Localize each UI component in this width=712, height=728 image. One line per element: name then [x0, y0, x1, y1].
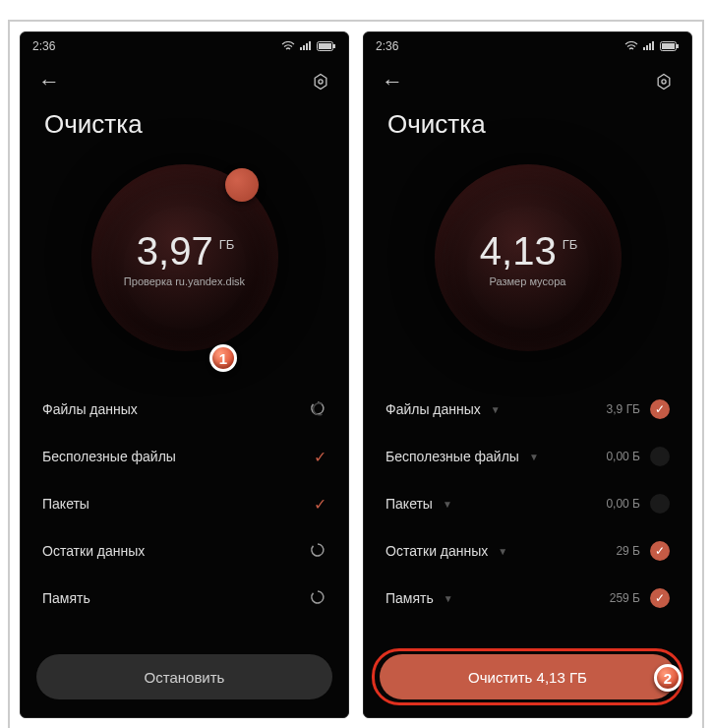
status-icons: [281, 41, 336, 51]
category-size: 0,00 Б: [606, 497, 640, 511]
svg-rect-8: [643, 47, 645, 50]
chevron-down-icon: ▼: [498, 546, 507, 557]
phone-left: 2:36 ← Очистка 3,97 ГБ Проверка ru.yande…: [20, 31, 349, 718]
chevron-down-icon: ▼: [529, 452, 539, 462]
list-item[interactable]: Память▼ 259 Б✓: [386, 575, 670, 622]
top-bar: ←: [21, 60, 348, 103]
svg-rect-0: [300, 47, 302, 50]
list-item[interactable]: Файлы данных▼ 3,9 ГБ✓: [386, 386, 670, 433]
status-time: 2:36: [32, 39, 55, 53]
chevron-down-icon: ▼: [443, 499, 452, 510]
clean-button[interactable]: Очистить 4,13 ГБ: [380, 654, 676, 699]
screenshot-pair: 2:36 ← Очистка 3,97 ГБ Проверка ru.yande…: [8, 20, 704, 728]
check-icon: ✓: [314, 448, 326, 466]
page-title: Очистка: [364, 103, 691, 140]
svg-rect-14: [677, 44, 679, 48]
svg-rect-5: [319, 43, 331, 49]
svg-rect-9: [646, 45, 648, 50]
spinner-icon: [309, 399, 326, 420]
status-icons: [624, 41, 680, 51]
checkbox-off[interactable]: [650, 447, 670, 466]
checkbox-off[interactable]: [650, 494, 670, 514]
chevron-down-icon: ▼: [444, 593, 453, 604]
top-bar: ←: [364, 60, 691, 103]
status-bar: 2:36: [21, 32, 348, 60]
size-unit: ГБ: [563, 237, 578, 252]
phone-right: 2:36 ← Очистка 4,13 ГБ Размер мусора: [363, 31, 692, 718]
list-item[interactable]: Остатки данных: [42, 527, 326, 575]
size-unit: ГБ: [219, 237, 235, 252]
back-button[interactable]: ←: [382, 69, 403, 94]
category-label: Пакеты: [42, 496, 89, 512]
signal-icon: [299, 41, 313, 51]
checkbox-on[interactable]: ✓: [650, 541, 670, 561]
signal-icon: [642, 41, 656, 51]
scan-visual: 3,97 ГБ Проверка ru.yandex.disk 1: [21, 140, 348, 376]
settings-icon[interactable]: [311, 72, 330, 91]
list-item[interactable]: Бесполезные файлы▼ 0,00 Б: [386, 433, 670, 480]
scan-status-text: Проверка ru.yandex.disk: [124, 275, 245, 287]
size-value-row: 4,13 ГБ: [480, 229, 575, 273]
svg-rect-10: [649, 43, 651, 50]
category-label: Память: [42, 590, 90, 606]
category-list: Файлы данных Бесполезные файлы ✓ Пакеты …: [21, 376, 348, 642]
footer: Остановить: [21, 642, 348, 717]
category-size: 0,00 Б: [606, 450, 640, 463]
back-button[interactable]: ←: [38, 69, 60, 94]
wifi-icon: [624, 41, 638, 51]
category-label: Остатки данных: [386, 543, 488, 559]
chevron-down-icon: ▼: [491, 404, 501, 415]
stop-button[interactable]: Остановить: [36, 654, 332, 699]
size-bubble: 3,97 ГБ Проверка ru.yandex.disk: [91, 164, 278, 351]
svg-point-15: [662, 80, 666, 84]
category-label: Бесполезные файлы: [42, 449, 176, 464]
list-item[interactable]: Пакеты▼ 0,00 Б: [386, 480, 670, 527]
size-value-row: 3,97 ГБ: [137, 229, 232, 273]
list-item[interactable]: Остатки данных▼ 29 Б✓: [386, 527, 670, 575]
status-bar: 2:36: [364, 32, 691, 60]
callout-marker-1: 1: [209, 344, 237, 372]
check-icon: ✓: [314, 495, 326, 514]
list-item[interactable]: Файлы данных: [42, 386, 326, 433]
spinner-icon: [309, 588, 326, 609]
footer: Очистить 4,13 ГБ 2: [364, 642, 691, 717]
svg-rect-1: [303, 45, 305, 50]
category-size: 3,9 ГБ: [607, 402, 640, 416]
svg-rect-11: [652, 41, 654, 50]
battery-icon: [660, 41, 680, 51]
size-value: 4,13: [480, 229, 557, 273]
category-label: Файлы данных: [386, 401, 481, 417]
junk-size-label: Размер мусора: [490, 275, 566, 287]
category-size: 259 Б: [610, 591, 640, 605]
category-list: Файлы данных▼ 3,9 ГБ✓ Бесполезные файлы▼…: [364, 376, 691, 642]
svg-rect-6: [333, 44, 335, 48]
category-label: Пакеты: [386, 496, 433, 512]
size-value: 3,97: [137, 229, 213, 273]
svg-point-7: [319, 80, 323, 84]
checkbox-on[interactable]: ✓: [650, 399, 670, 419]
spinner-icon: [309, 541, 326, 562]
svg-rect-2: [306, 43, 308, 50]
checkbox-on[interactable]: ✓: [650, 588, 670, 608]
settings-icon[interactable]: [654, 72, 674, 91]
callout-marker-2: 2: [654, 664, 682, 692]
list-item[interactable]: Бесполезные файлы ✓: [42, 433, 326, 480]
svg-rect-3: [309, 41, 311, 50]
category-size: 29 Б: [616, 544, 640, 558]
page-title: Очистка: [21, 103, 348, 140]
scan-visual: 4,13 ГБ Размер мусора: [364, 140, 691, 376]
category-label: Файлы данных: [42, 401, 138, 417]
orbit-bubble: [225, 168, 259, 202]
list-item[interactable]: Пакеты ✓: [42, 480, 326, 527]
battery-icon: [317, 41, 336, 51]
category-label: Остатки данных: [42, 543, 145, 559]
size-bubble: 4,13 ГБ Размер мусора: [435, 164, 622, 351]
status-time: 2:36: [376, 39, 398, 53]
list-item[interactable]: Память: [42, 575, 326, 622]
category-label: Память: [386, 590, 434, 606]
wifi-icon: [281, 41, 295, 51]
category-label: Бесполезные файлы: [386, 449, 519, 464]
svg-rect-13: [662, 43, 675, 49]
